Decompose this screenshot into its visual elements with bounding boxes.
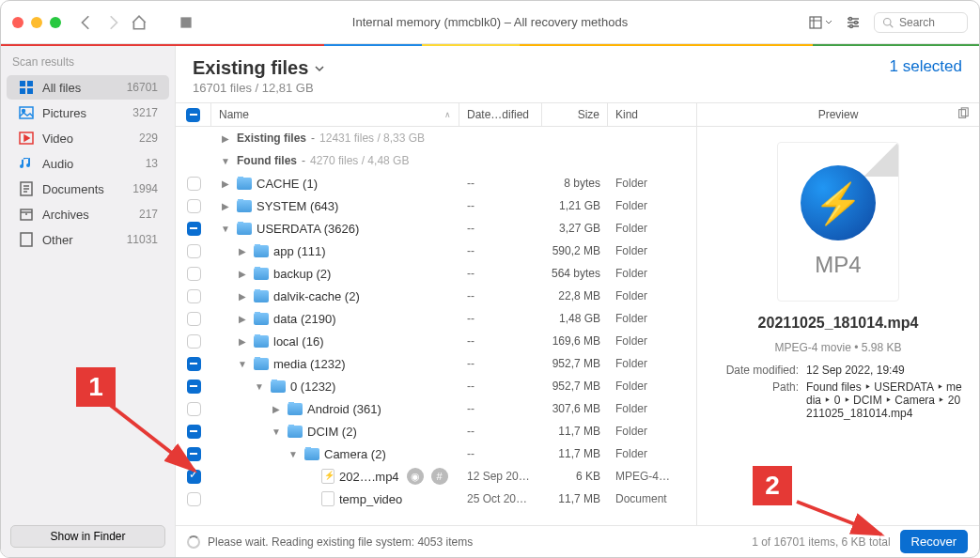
copy-icon[interactable] xyxy=(957,107,970,123)
file-ext: MP4 xyxy=(815,252,861,278)
file-row[interactable]: ▼DCIM (2)--11,7 MBFolder xyxy=(176,420,696,442)
sidebar-item-archives[interactable]: Archives217 xyxy=(7,202,169,226)
settings-icon[interactable] xyxy=(846,15,861,30)
folder-icon xyxy=(254,358,269,370)
folder-icon xyxy=(237,223,252,235)
file-icon xyxy=(321,491,334,506)
arrow-1 xyxy=(101,395,223,489)
file-row[interactable]: ▶data (2190)--1,48 GBFolder xyxy=(176,307,696,330)
file-row[interactable]: ▶backup (2)--564 bytesFolder xyxy=(176,262,696,285)
disclosure-icon[interactable]: ▼ xyxy=(270,426,283,437)
file-row[interactable]: ▶CACHE (1)--8 bytesFolder xyxy=(176,172,696,194)
disclosure-icon[interactable]: ▶ xyxy=(236,336,249,347)
row-checkbox[interactable] xyxy=(187,267,201,281)
row-checkbox[interactable] xyxy=(187,334,201,349)
column-size[interactable]: Size xyxy=(542,103,608,126)
file-row[interactable]: ▶Android (361)--307,6 MBFolder xyxy=(176,397,696,420)
spinner-icon xyxy=(187,535,200,549)
preview-icon[interactable]: ◉ xyxy=(407,468,424,485)
archive-icon xyxy=(18,206,35,223)
disclosure-icon[interactable]: ▶ xyxy=(236,314,249,324)
disclosure-icon[interactable]: ▶ xyxy=(270,404,283,414)
preview-meta: MPEG-4 movie • 5.98 KB xyxy=(775,341,902,354)
row-checkbox[interactable] xyxy=(187,312,201,326)
table-header: Name∧ Date…dified Size Kind xyxy=(176,102,696,127)
selected-count: 1 selected xyxy=(890,57,963,76)
disclosure-icon[interactable]: ▼ xyxy=(219,224,232,234)
row-checkbox[interactable] xyxy=(187,289,201,303)
disclosure-icon[interactable]: ▶ xyxy=(236,291,249,302)
file-row[interactable]: ▶SYSTEM (643)--1,21 GBFolder xyxy=(176,194,696,217)
row-checkbox[interactable] xyxy=(187,357,201,371)
file-row[interactable]: ▼Camera (2)--11,7 MBFolder xyxy=(176,442,696,465)
svg-point-3 xyxy=(855,21,858,23)
svg-rect-0 xyxy=(180,17,191,27)
preview-path: Found files ‣ USERDATA ‣ me dia ‣ 0 ‣ DC… xyxy=(806,380,964,420)
file-row[interactable]: ▶dalvik-cache (2)--22,8 MBFolder xyxy=(176,285,696,307)
file-row[interactable]: ▼USERDATA (3626)--3,27 GBFolder xyxy=(176,217,696,240)
row-checkbox[interactable] xyxy=(187,222,201,236)
maximize-window-button[interactable] xyxy=(50,17,61,28)
file-row[interactable]: temp_video25 Oct 20…11,7 MBDocument xyxy=(176,488,696,510)
minimize-window-button[interactable] xyxy=(31,17,42,28)
file-row[interactable]: ▼0 (1232)--952,7 MBFolder xyxy=(176,375,696,397)
video-icon xyxy=(18,130,35,147)
section-row[interactable]: ▼Found files - 4270 files / 4,48 GB xyxy=(176,149,696,172)
sidebar-title: Scan results xyxy=(1,46,175,74)
close-window-button[interactable] xyxy=(12,17,23,28)
sidebar-item-video[interactable]: Video229 xyxy=(7,126,169,150)
file-row[interactable]: ▼media (1232)--952,7 MBFolder xyxy=(176,352,696,375)
disclosure-icon[interactable]: ▶ xyxy=(219,201,232,211)
svg-point-11 xyxy=(23,110,25,113)
svg-point-2 xyxy=(849,17,852,20)
file-row[interactable]: ▶local (16)--169,6 MBFolder xyxy=(176,330,696,352)
disclosure-icon[interactable]: ▶ xyxy=(219,178,232,189)
disclosure-icon[interactable]: ▼ xyxy=(219,156,232,166)
file-row[interactable]: 202….mp4◉#12 Sep 20…6 KBMPEG-4… xyxy=(176,465,696,488)
row-checkbox[interactable] xyxy=(187,244,201,258)
folder-icon xyxy=(271,380,286,393)
window-controls xyxy=(12,17,61,28)
search-icon xyxy=(882,17,894,28)
column-date[interactable]: Date…dified xyxy=(459,103,542,126)
svg-rect-8 xyxy=(20,88,25,94)
stop-button[interactable] xyxy=(178,14,194,31)
home-button[interactable] xyxy=(131,14,148,31)
svg-point-5 xyxy=(884,18,892,25)
svg-rect-6 xyxy=(20,81,25,86)
preview-date: 12 Sep 2022, 19:49 xyxy=(806,364,964,377)
doc-icon xyxy=(18,180,35,197)
disclosure-icon[interactable]: ▼ xyxy=(236,359,249,369)
sidebar-item-other[interactable]: Other11031 xyxy=(7,227,169,252)
window-title: Internal memory (mmcblk0) – All recovery… xyxy=(352,15,628,29)
file-row[interactable]: ▶app (111)--590,2 MBFolder xyxy=(176,240,696,262)
section-row[interactable]: ▶Existing files - 12431 files / 8,33 GB xyxy=(176,127,696,149)
disclosure-icon[interactable]: ▶ xyxy=(219,133,232,144)
row-checkbox[interactable] xyxy=(187,199,201,213)
search-input[interactable] xyxy=(899,16,956,29)
column-kind[interactable]: Kind xyxy=(608,103,696,126)
view-mode-button[interactable] xyxy=(808,15,832,30)
sidebar-item-pictures[interactable]: Pictures3217 xyxy=(7,101,169,125)
forward-button[interactable] xyxy=(104,14,121,31)
disclosure-icon[interactable]: ▼ xyxy=(253,381,266,392)
back-button[interactable] xyxy=(78,14,95,31)
disclosure-icon[interactable]: ▶ xyxy=(236,269,249,279)
disclosure-icon[interactable]: ▼ xyxy=(287,449,300,459)
row-checkbox[interactable] xyxy=(187,380,201,394)
sidebar-item-documents[interactable]: Documents1994 xyxy=(7,177,169,201)
column-name[interactable]: Name∧ xyxy=(211,103,459,126)
search-box[interactable] xyxy=(874,12,968,33)
folder-icon xyxy=(254,313,269,325)
tag-icon[interactable]: # xyxy=(431,468,448,485)
row-checkbox[interactable] xyxy=(187,177,201,191)
file-list[interactable]: ▶Existing files - 12431 files / 8,33 GB▼… xyxy=(176,127,696,525)
folder-icon xyxy=(304,448,319,460)
select-all-checkbox[interactable] xyxy=(186,108,200,122)
show-in-finder-button[interactable]: Show in Finder xyxy=(10,525,165,548)
content-title[interactable]: Existing files xyxy=(193,57,325,79)
sidebar-item-all-files[interactable]: All files16701 xyxy=(7,75,169,100)
sidebar-item-audio[interactable]: Audio13 xyxy=(7,151,169,176)
row-checkbox[interactable] xyxy=(187,492,201,506)
disclosure-icon[interactable]: ▶ xyxy=(236,246,249,256)
